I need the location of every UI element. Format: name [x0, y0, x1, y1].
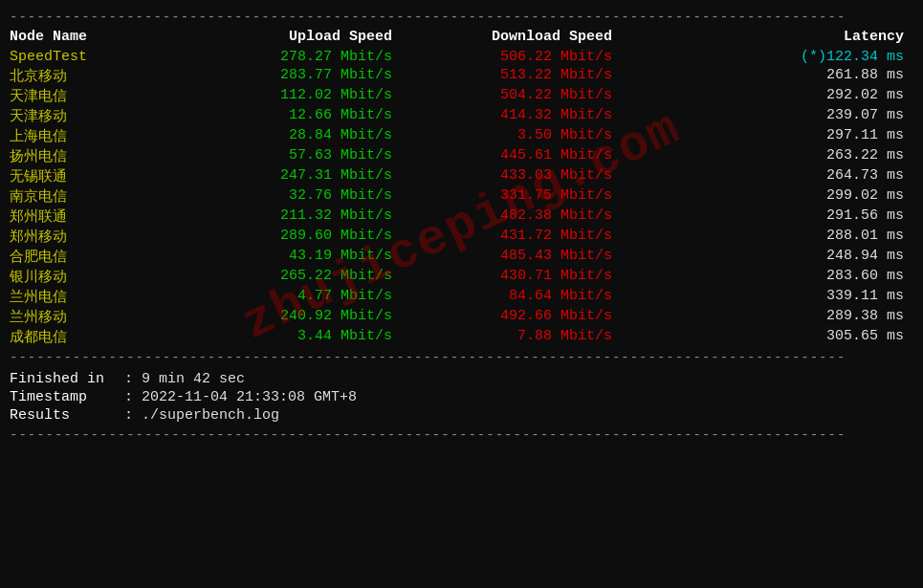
cell-download: 331.75 Mbit/s — [421, 187, 641, 206]
cell-download: 414.32 Mbit/s — [421, 107, 641, 125]
cell-latency: 264.73 ms — [641, 167, 913, 185]
cell-node: 北京移动 — [10, 67, 201, 85]
cell-upload: 32.76 Mbit/s — [201, 187, 421, 206]
header-node: Node Name — [10, 29, 201, 45]
cell-node: SpeedTest — [10, 49, 201, 65]
cell-latency: 291.56 ms — [641, 207, 913, 226]
cell-latency: 263.22 ms — [641, 147, 913, 165]
cell-upload: 28.84 Mbit/s — [201, 127, 421, 145]
separator-middle: ----------------------------------------… — [10, 350, 913, 365]
cell-node: 银川移动 — [10, 268, 201, 286]
cell-download: 445.61 Mbit/s — [421, 147, 641, 165]
cell-latency: 288.01 ms — [641, 228, 913, 246]
cell-latency: 297.11 ms — [641, 127, 913, 145]
results-label: Results — [10, 407, 124, 424]
table-row: 郑州联通211.32 Mbit/s482.38 Mbit/s291.56 ms — [10, 207, 913, 226]
cell-upload: 289.60 Mbit/s — [201, 228, 421, 246]
cell-upload: 278.27 Mbit/s — [201, 49, 421, 65]
cell-latency: 289.38 ms — [641, 308, 913, 326]
table-row: SpeedTest278.27 Mbit/s506.22 Mbit/s(*)12… — [10, 49, 913, 65]
cell-latency: 248.94 ms — [641, 248, 913, 266]
cell-node: 成都电信 — [10, 328, 201, 346]
cell-latency: 239.07 ms — [641, 107, 913, 125]
cell-latency: 299.02 ms — [641, 187, 913, 206]
cell-node: 兰州电信 — [10, 288, 201, 306]
cell-latency: 261.88 ms — [641, 67, 913, 85]
cell-latency: 292.02 ms — [641, 87, 913, 105]
cell-latency: (*)122.34 ms — [641, 49, 913, 65]
cell-node: 合肥电信 — [10, 248, 201, 266]
table-row: 扬州电信57.63 Mbit/s445.61 Mbit/s263.22 ms — [10, 147, 913, 165]
cell-node: 天津移动 — [10, 107, 201, 125]
footer-results: Results : ./superbench.log — [10, 407, 913, 424]
cell-download: 485.43 Mbit/s — [421, 248, 641, 266]
cell-download: 431.72 Mbit/s — [421, 228, 641, 246]
table-row: 兰州移动240.92 Mbit/s492.66 Mbit/s289.38 ms — [10, 308, 913, 326]
table-row: 无锡联通247.31 Mbit/s433.03 Mbit/s264.73 ms — [10, 167, 913, 185]
cell-node: 扬州电信 — [10, 147, 201, 165]
cell-download: 3.50 Mbit/s — [421, 127, 641, 145]
cell-node: 郑州联通 — [10, 207, 201, 226]
table-row: 兰州电信4.77 Mbit/s84.64 Mbit/s339.11 ms — [10, 288, 913, 306]
cell-download: 7.88 Mbit/s — [421, 328, 641, 346]
cell-upload: 4.77 Mbit/s — [201, 288, 421, 306]
cell-download: 504.22 Mbit/s — [421, 87, 641, 105]
separator-top: ----------------------------------------… — [10, 10, 913, 25]
results-value: : ./superbench.log — [124, 407, 279, 424]
finished-value: : 9 min 42 sec — [124, 371, 245, 387]
timestamp-value: : 2022-11-04 21:33:08 GMT+8 — [124, 389, 357, 405]
cell-download: 506.22 Mbit/s — [421, 49, 641, 65]
table-row: 郑州移动289.60 Mbit/s431.72 Mbit/s288.01 ms — [10, 228, 913, 246]
table-row: 上海电信28.84 Mbit/s3.50 Mbit/s297.11 ms — [10, 127, 913, 145]
header-latency: Latency — [641, 29, 913, 45]
cell-node: 天津电信 — [10, 87, 201, 105]
cell-upload: 265.22 Mbit/s — [201, 268, 421, 286]
table-row: 天津电信112.02 Mbit/s504.22 Mbit/s292.02 ms — [10, 87, 913, 105]
cell-upload: 247.31 Mbit/s — [201, 167, 421, 185]
table-row: 天津移动12.66 Mbit/s414.32 Mbit/s239.07 ms — [10, 107, 913, 125]
table-row: 北京移动283.77 Mbit/s513.22 Mbit/s261.88 ms — [10, 67, 913, 85]
separator-bottom: ----------------------------------------… — [10, 427, 913, 443]
cell-node: 郑州移动 — [10, 228, 201, 246]
cell-download: 84.64 Mbit/s — [421, 288, 641, 306]
table-row: 南京电信32.76 Mbit/s331.75 Mbit/s299.02 ms — [10, 187, 913, 206]
header-upload: Upload Speed — [201, 29, 421, 45]
cell-download: 482.38 Mbit/s — [421, 207, 641, 226]
cell-upload: 43.19 Mbit/s — [201, 248, 421, 266]
footer-finished: Finished in : 9 min 42 sec — [10, 371, 913, 387]
table-row: 成都电信3.44 Mbit/s7.88 Mbit/s305.65 ms — [10, 328, 913, 346]
cell-download: 513.22 Mbit/s — [421, 67, 641, 85]
cell-upload: 240.92 Mbit/s — [201, 308, 421, 326]
header-download: Download Speed — [421, 29, 641, 45]
cell-upload: 283.77 Mbit/s — [201, 67, 421, 85]
table-body: SpeedTest278.27 Mbit/s506.22 Mbit/s(*)12… — [10, 49, 913, 346]
finished-label: Finished in — [10, 371, 124, 387]
table-header: Node Name Upload Speed Download Speed La… — [10, 29, 913, 45]
cell-latency: 305.65 ms — [641, 328, 913, 346]
footer-section: Finished in : 9 min 42 sec Timestamp : 2… — [10, 371, 913, 424]
timestamp-label: Timestamp — [10, 389, 124, 405]
cell-node: 南京电信 — [10, 187, 201, 206]
cell-upload: 3.44 Mbit/s — [201, 328, 421, 346]
cell-node: 兰州移动 — [10, 308, 201, 326]
cell-upload: 211.32 Mbit/s — [201, 207, 421, 226]
cell-download: 430.71 Mbit/s — [421, 268, 641, 286]
cell-latency: 283.60 ms — [641, 268, 913, 286]
cell-latency: 339.11 ms — [641, 288, 913, 306]
cell-node: 上海电信 — [10, 127, 201, 145]
cell-upload: 112.02 Mbit/s — [201, 87, 421, 105]
cell-upload: 12.66 Mbit/s — [201, 107, 421, 125]
main-container: ----------------------------------------… — [0, 0, 923, 452]
cell-download: 433.03 Mbit/s — [421, 167, 641, 185]
cell-download: 492.66 Mbit/s — [421, 308, 641, 326]
cell-upload: 57.63 Mbit/s — [201, 147, 421, 165]
footer-timestamp: Timestamp : 2022-11-04 21:33:08 GMT+8 — [10, 389, 913, 405]
cell-node: 无锡联通 — [10, 167, 201, 185]
table-row: 银川移动265.22 Mbit/s430.71 Mbit/s283.60 ms — [10, 268, 913, 286]
table-row: 合肥电信43.19 Mbit/s485.43 Mbit/s248.94 ms — [10, 248, 913, 266]
